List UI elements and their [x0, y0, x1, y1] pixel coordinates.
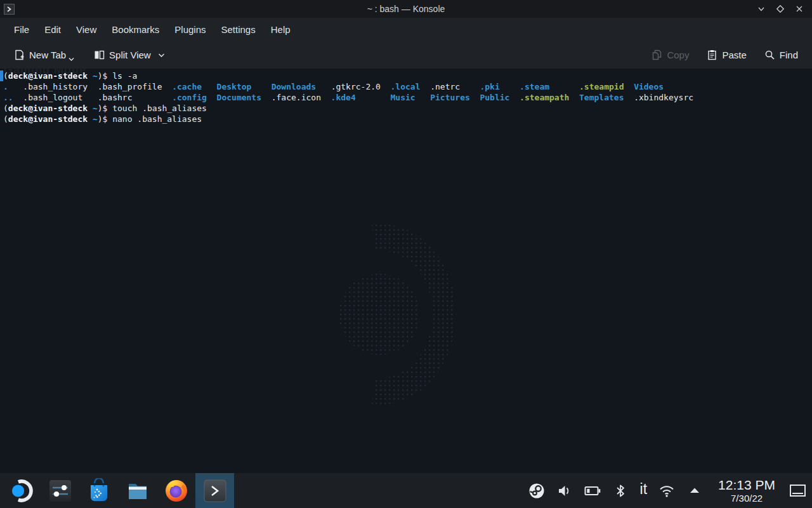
- maximize-icon[interactable]: [775, 4, 785, 14]
- discover-button[interactable]: [79, 473, 118, 508]
- discover-bag-icon: [86, 478, 112, 504]
- steam-deck-logo-icon: [9, 478, 34, 504]
- minimize-icon[interactable]: [756, 4, 766, 14]
- clock-time: 12:13 PM: [718, 478, 775, 491]
- split-view-chevron-icon: [158, 53, 165, 58]
- menu-bar: FileEditViewBookmarksPluginsSettingsHelp: [0, 18, 812, 41]
- clock-date: 7/30/22: [718, 493, 775, 503]
- volume-icon[interactable]: [553, 479, 577, 503]
- window-controls: [756, 4, 812, 14]
- konsole-window: ~ : bash — Konsole FileEditViewBookmarks…: [0, 0, 812, 473]
- copy-label: Copy: [667, 50, 689, 60]
- taskbar-launchers: [0, 473, 234, 508]
- terminal-activity-marker: [0, 70, 3, 81]
- steam-deck-logo-watermark: [330, 219, 482, 410]
- folder-icon: [125, 478, 150, 504]
- expand-tray-icon[interactable]: [683, 479, 707, 503]
- copy-button[interactable]: Copy: [646, 46, 694, 64]
- menu-settings[interactable]: Settings: [214, 21, 263, 38]
- steam-tray-icon[interactable]: [525, 479, 549, 503]
- menu-file[interactable]: File: [6, 21, 37, 38]
- split-view-button[interactable]: Split View: [89, 46, 170, 64]
- split-view-label: Split View: [109, 50, 151, 60]
- firefox-icon: [164, 478, 189, 504]
- copy-icon: [652, 50, 662, 60]
- new-tab-label: New Tab: [29, 50, 66, 60]
- konsole-icon: [202, 478, 228, 504]
- window-title: ~ : bash — Konsole: [0, 4, 812, 14]
- terminal-line: .. .bash_logout .bashrc .config Document…: [3, 92, 693, 103]
- dolphin-button[interactable]: [118, 473, 157, 508]
- show-desktop-button[interactable]: [787, 473, 808, 508]
- terminal-line: (deck@ivan-stdeck ~)$ ls -a: [3, 70, 693, 81]
- firefox-button[interactable]: [157, 473, 195, 508]
- split-view-icon: [94, 50, 105, 60]
- steam-deck-return-button[interactable]: [2, 473, 41, 508]
- menu-edit[interactable]: Edit: [37, 21, 69, 38]
- quick-settings-button[interactable]: [41, 473, 79, 508]
- terminal-view[interactable]: Gaming Mode (deck@ivan-stdeck ~)$ ls -a.…: [0, 69, 812, 473]
- find-button[interactable]: Find: [759, 46, 803, 64]
- terminal-line: . .bash_history .bash_profile .cache Des…: [3, 81, 693, 92]
- bluetooth-icon[interactable]: [608, 479, 632, 503]
- keyboard-layout-indicator[interactable]: it: [636, 481, 652, 500]
- menu-help[interactable]: Help: [263, 21, 298, 38]
- title-bar[interactable]: ~ : bash — Konsole: [0, 0, 812, 18]
- wifi-icon[interactable]: [655, 479, 679, 503]
- find-icon: [764, 50, 775, 60]
- toolbar: New Tab Split View Copy: [0, 41, 812, 69]
- new-tab-caret-icon: [69, 53, 74, 64]
- battery-icon[interactable]: [580, 479, 605, 503]
- konsole-task-button[interactable]: [195, 473, 234, 508]
- paste-label: Paste: [722, 50, 746, 60]
- show-desktop-icon: [790, 485, 806, 497]
- find-label: Find: [780, 50, 798, 60]
- menu-plugins[interactable]: Plugins: [167, 21, 213, 38]
- terminal-line: (deck@ivan-stdeck ~)$ touch .bash_aliase…: [3, 103, 693, 114]
- paste-button[interactable]: Paste: [702, 46, 751, 64]
- new-tab-icon: [14, 50, 25, 60]
- konsole-window-icon: [4, 4, 15, 15]
- sliders-icon: [48, 478, 73, 504]
- terminal-line: (deck@ivan-stdeck ~)$ nano .bash_aliases: [3, 114, 693, 124]
- close-icon[interactable]: [794, 4, 804, 14]
- menu-view[interactable]: View: [69, 21, 104, 38]
- terminal-output: (deck@ivan-stdeck ~)$ ls -a. .bash_histo…: [3, 70, 693, 124]
- paste-icon: [707, 50, 717, 60]
- new-tab-button[interactable]: New Tab: [9, 46, 81, 64]
- taskbar: it 12:13 PM 7/30/22: [0, 473, 812, 508]
- digital-clock[interactable]: 12:13 PM 7/30/22: [710, 478, 783, 503]
- system-tray: it 12:13 PM 7/30/22: [525, 473, 812, 508]
- menu-bookmarks[interactable]: Bookmarks: [104, 21, 167, 38]
